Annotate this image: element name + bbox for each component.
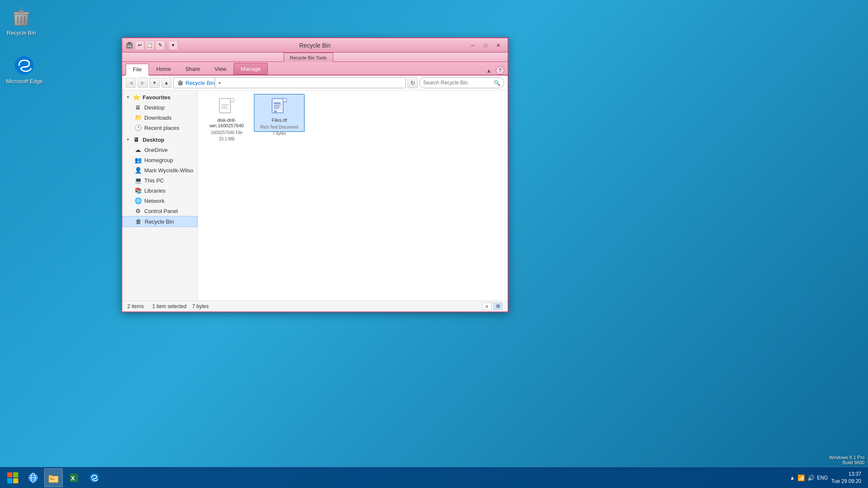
os-info: Windows 8.1 Pro Build 9600 xyxy=(829,455,865,465)
disk-drill-size: 33.1 MB xyxy=(219,137,234,141)
svg-rect-32 xyxy=(7,478,12,483)
search-input[interactable] xyxy=(423,80,492,86)
svg-rect-25 xyxy=(274,104,281,105)
sidebar-item-favourites[interactable]: ▾ ⭐ Favourites xyxy=(122,92,197,102)
taskbar-edge-btn[interactable] xyxy=(85,468,104,487)
close-button[interactable]: ✕ xyxy=(492,41,504,50)
desktop-icon-recycle-bin[interactable]: Recycle Bin xyxy=(4,3,39,39)
downloads-icon: 📁 xyxy=(134,114,142,121)
qat-rename-btn[interactable]: ✎ xyxy=(155,41,165,50)
nav-dropdown-btn[interactable]: ▾ xyxy=(149,78,160,88)
maximize-button[interactable]: □ xyxy=(480,41,492,50)
svg-rect-31 xyxy=(13,472,18,477)
sidebar-item-desktop[interactable]: 🖥 Desktop xyxy=(122,102,197,112)
address-path: Recycle Bin xyxy=(185,80,215,86)
sidebar-item-downloads[interactable]: 📁 Downloads xyxy=(122,112,197,123)
quick-access-toolbar: ↩ 📋 ✎ ▾ xyxy=(135,41,178,50)
disk-drill-name: disk-drill-win.1600257640 xyxy=(204,118,250,129)
svg-rect-2 xyxy=(19,10,24,12)
qat-properties-btn[interactable]: 📋 xyxy=(145,41,154,50)
svg-rect-8 xyxy=(128,42,131,44)
sidebar-item-control-panel[interactable]: ⚙ Control Panel xyxy=(122,206,197,216)
help-button[interactable]: ? xyxy=(496,66,504,75)
edge-desktop-icon-img xyxy=(13,54,35,76)
tab-home[interactable]: Home xyxy=(149,63,178,75)
clock-date: Tue 29 09:20 xyxy=(831,478,861,485)
sidebar-item-network[interactable]: 🌐 Network xyxy=(122,196,197,206)
title-bar-left: ↩ 📋 ✎ ▾ xyxy=(126,41,178,50)
desktop-icon-edge[interactable]: Microsoft Edge xyxy=(3,52,45,87)
sidebar-item-desktop-header[interactable]: ▾ 🖥 Desktop xyxy=(122,135,197,145)
svg-rect-40 xyxy=(50,478,53,479)
svg-rect-18 xyxy=(221,104,229,105)
sidebar-item-recent-places[interactable]: 🕐 Recent places xyxy=(122,123,197,133)
window-icon xyxy=(126,42,133,49)
excel-icon: X xyxy=(68,472,80,484)
rtf-file-size: 7 bytes xyxy=(272,131,286,136)
svg-rect-20 xyxy=(221,108,228,109)
search-box[interactable]: 🔍 xyxy=(419,77,504,88)
minimize-button[interactable]: ─ xyxy=(467,41,479,50)
start-button[interactable] xyxy=(3,468,22,487)
qat-undo-btn[interactable]: ↩ xyxy=(135,41,144,50)
file-item-files-rtf[interactable]: W Files.rtf Rich Text Document 7 bytes xyxy=(254,94,305,132)
tab-view[interactable]: View xyxy=(207,63,233,75)
address-bar-row: ◀ ▶ ▾ ▲ Recycle Bin ▾ ↻ 🔍 xyxy=(122,76,508,90)
window-title: Recycle Bin xyxy=(299,42,331,49)
tab-manage[interactable]: Manage xyxy=(233,63,268,75)
sidebar-item-thispc[interactable]: 💻 This PC xyxy=(122,175,197,185)
title-bar: ↩ 📋 ✎ ▾ Recycle Bin ─ □ ✕ xyxy=(122,38,508,53)
details-view-btn[interactable]: ≡ xyxy=(482,303,492,310)
file-item-disk-drill[interactable]: disk-drill-win.1600257640 1600257640 Fil… xyxy=(201,94,252,132)
volume-tray-icon: 🔊 xyxy=(807,474,815,481)
tile-view-btn[interactable]: ⊞ xyxy=(493,303,503,310)
desktop-section: ▾ 🖥 Desktop ☁ OneDrive 👥 Homegroup 👤 Mar… xyxy=(122,135,197,227)
sidebar-item-recycle-bin[interactable]: 🗑 Recycle Bin xyxy=(122,216,197,227)
tray-hide-icon[interactable]: ▲ xyxy=(790,475,795,481)
thispc-icon: 💻 xyxy=(134,177,142,184)
svg-rect-30 xyxy=(7,472,12,477)
selected-info: 1 item selected 7 bytes xyxy=(152,303,209,309)
explorer-window: ↩ 📋 ✎ ▾ Recycle Bin ─ □ ✕ Recycle Bin To… xyxy=(121,37,508,312)
system-tray: ▲ 📶 🔊 ENG xyxy=(790,474,828,481)
forward-button[interactable]: ▶ xyxy=(138,78,148,88)
status-bar: 2 items 1 item selected 7 bytes ≡ ⊞ xyxy=(122,300,508,311)
up-button[interactable]: ▲ xyxy=(161,78,171,88)
refresh-button[interactable]: ↻ xyxy=(407,77,418,88)
taskbar-file-explorer-btn[interactable] xyxy=(44,468,63,487)
sidebar: ▾ ⭐ Favourites 🖥 Desktop 📁 Downloads 🕐 R… xyxy=(122,90,198,300)
items-count: 2 items xyxy=(127,303,144,309)
svg-rect-23 xyxy=(283,98,287,102)
window-controls: ─ □ ✕ xyxy=(467,41,504,50)
onedrive-icon: ☁ xyxy=(134,146,142,154)
sidebar-item-mark[interactable]: 👤 Mark Wycislik-Wilso xyxy=(122,165,197,175)
libraries-icon: 📚 xyxy=(134,187,142,194)
address-path-text: Recycle Bin xyxy=(185,80,215,86)
tab-share[interactable]: Share xyxy=(178,63,208,75)
back-button[interactable]: ◀ xyxy=(126,78,136,88)
address-bar[interactable]: Recycle Bin ▾ xyxy=(173,77,406,88)
build-number: Build 9600 xyxy=(829,460,865,465)
view-toggles: ≡ ⊞ xyxy=(482,303,503,310)
sidebar-item-libraries[interactable]: 📚 Libraries xyxy=(122,185,197,196)
taskbar-ie-btn[interactable] xyxy=(24,468,42,487)
rtf-file-name: Files.rtf xyxy=(272,118,287,123)
address-chevron[interactable]: ▾ xyxy=(215,77,224,88)
desktop-icon-sidebar: 🖥 xyxy=(134,104,142,111)
disk-drill-file-icon xyxy=(218,98,236,116)
sidebar-item-homegroup[interactable]: 👥 Homegroup xyxy=(122,155,197,165)
network-tray-icon: 📶 xyxy=(798,474,805,481)
desktop-expand-icon: ▾ xyxy=(126,137,130,142)
svg-point-6 xyxy=(15,56,34,75)
svg-rect-27 xyxy=(274,107,281,108)
svg-rect-24 xyxy=(274,103,281,104)
tab-file[interactable]: File xyxy=(126,64,149,76)
system-clock[interactable]: 13:37 Tue 29 09:20 xyxy=(831,471,861,485)
sidebar-item-onedrive[interactable]: ☁ OneDrive xyxy=(122,145,197,155)
qat-dropdown-btn[interactable]: ▾ xyxy=(169,41,178,50)
taskbar-excel-btn[interactable]: X xyxy=(65,468,83,487)
file-explorer-icon xyxy=(48,472,59,484)
favourites-icon: ⭐ xyxy=(132,93,140,101)
user-icon: 👤 xyxy=(134,166,142,174)
ribbon-collapse-btn[interactable]: ▲ xyxy=(484,67,493,74)
